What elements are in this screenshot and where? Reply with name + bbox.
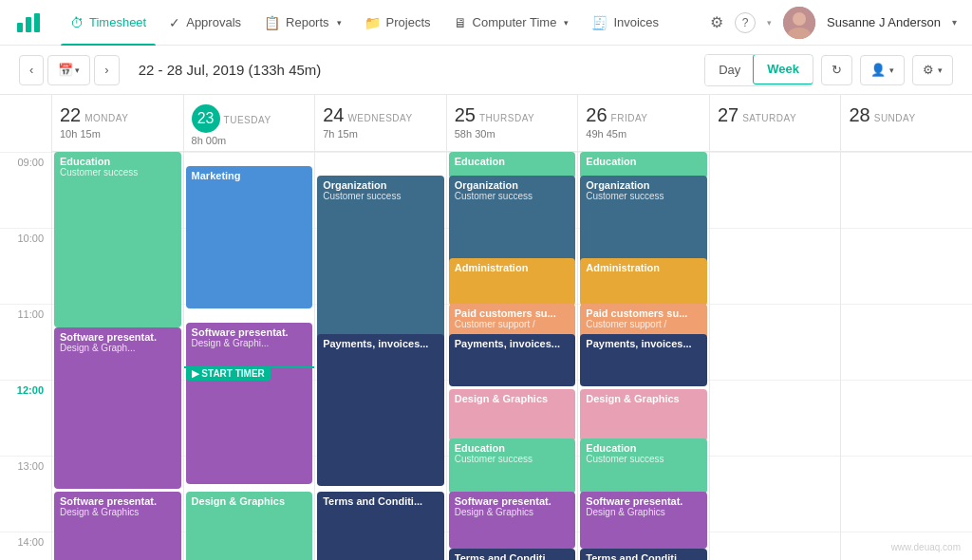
day-column-26: 26FRIDAY49h 45mEducationOrganizationCust…: [578, 95, 710, 560]
monitor-icon: 🖥: [454, 15, 467, 30]
event-subtitle: Customer support /: [586, 319, 701, 329]
event-subtitle: Customer success: [60, 167, 176, 177]
day-header-23: 23TUESDAY8h 00m: [184, 95, 315, 152]
day-column-22: 22MONDAY10h 15mEducationCustomer success…: [52, 95, 184, 560]
hour-line-4: [710, 456, 841, 532]
day-name-24: WEDNESDAY: [347, 113, 412, 123]
refresh-icon: ↻: [832, 63, 842, 77]
svg-rect-1: [26, 17, 31, 32]
nav-projects[interactable]: 📁 Projects: [355, 0, 440, 46]
event-title: Software presentat.: [192, 327, 308, 338]
day-column-24: 24WEDNESDAY7h 15mOrganizationCustomer su…: [315, 95, 447, 560]
next-button[interactable]: ›: [94, 55, 119, 85]
event-block[interactable]: Design & Graphics: [186, 492, 313, 560]
event-title: Design & Graphics: [192, 495, 308, 507]
user-name[interactable]: Susanne J Anderson: [827, 15, 941, 29]
day-name-26: FRIDAY: [611, 113, 648, 123]
nav-invoices[interactable]: 🧾 Invoices: [582, 0, 668, 46]
toolbar: ‹ 📅 ▾ › 22 - 28 Jul, 2019 (133h 45m) Day…: [0, 46, 972, 95]
event-title: Education: [60, 156, 176, 167]
invoice-icon: 🧾: [591, 15, 608, 30]
event-title: Payments, invoices...: [455, 338, 570, 349]
event-block[interactable]: Education: [580, 152, 707, 178]
calendar-settings-button[interactable]: ⚙ ▾: [912, 55, 953, 85]
day-name-25: THURSDAY: [479, 113, 534, 123]
day-body-24: OrganizationCustomer successPayments, in…: [315, 152, 446, 560]
start-timer-button[interactable]: ▶ START TIMER: [186, 366, 271, 381]
event-block[interactable]: Software presentat.Design & Graph...: [54, 327, 181, 489]
event-block[interactable]: EducationCustomer success: [580, 439, 707, 494]
day-view-button[interactable]: Day: [705, 55, 754, 85]
event-title: Terms and Conditi...: [455, 552, 570, 560]
event-block[interactable]: Terms and Conditi...: [317, 492, 444, 560]
event-title: Software presentat.: [586, 495, 701, 507]
day-name-28: SUNDAY: [874, 113, 916, 123]
svg-rect-0: [17, 23, 23, 32]
week-view-button[interactable]: Week: [753, 54, 813, 84]
days-container: 22MONDAY10h 15mEducationCustomer success…: [52, 95, 972, 560]
event-title: Terms and Conditi...: [586, 552, 701, 560]
event-block[interactable]: EducationCustomer success: [449, 439, 576, 494]
event-block[interactable]: Design & Graphics: [580, 389, 707, 441]
event-block[interactable]: Software presentat.Design & Graphics: [54, 492, 181, 560]
event-block[interactable]: Terms and Conditi...: [449, 549, 576, 560]
refresh-button[interactable]: ↻: [821, 55, 852, 85]
event-title: Design & Graphics: [455, 393, 570, 404]
event-block[interactable]: EducationCustomer success: [54, 152, 181, 327]
hour-line-2: [841, 304, 972, 380]
time-1100: 11:00: [0, 304, 51, 380]
event-block[interactable]: Payments, invoices...: [580, 334, 707, 386]
help-icon[interactable]: ?: [735, 12, 756, 33]
hour-line-0: [841, 152, 972, 228]
event-block[interactable]: Terms and Conditi...: [580, 549, 707, 560]
avatar[interactable]: [783, 7, 815, 39]
day-total-26: 49h 45m: [586, 128, 701, 140]
day-body-23: MarketingSoftware presentat.Design & Gra…: [184, 152, 315, 560]
event-block[interactable]: Payments, invoices...: [449, 334, 576, 386]
event-title: Education: [455, 156, 570, 167]
hour-line-2: [710, 304, 841, 380]
calendar-chevron-icon: ▾: [75, 65, 80, 75]
prev-button[interactable]: ‹: [19, 55, 44, 85]
day-header-27: 27SATURDAY: [710, 95, 841, 152]
user-filter-button[interactable]: 👤 ▾: [860, 55, 905, 85]
event-block[interactable]: Administration: [449, 258, 576, 306]
day-column-25: 25THURSDAY58h 30mEducationOrganizationCu…: [447, 95, 579, 560]
day-name-27: SATURDAY: [742, 113, 796, 123]
event-title: Software presentat.: [60, 331, 176, 343]
day-number-22: 22: [60, 104, 81, 125]
day-number-26: 26: [586, 104, 607, 125]
folder-icon: 📁: [364, 15, 381, 30]
nav-reports[interactable]: 📋 Reports ▾: [254, 0, 351, 46]
clock-icon: ⏱: [70, 15, 84, 30]
hour-line-4: [841, 456, 972, 532]
event-block[interactable]: Software presentat.Design & Graphics: [449, 492, 576, 549]
day-header-24: 24WEDNESDAY7h 15m: [315, 95, 446, 152]
day-name-22: MONDAY: [84, 113, 128, 123]
time-column: 09:00 10:00 11:00 12:00 13:00 14:00 15:0…: [0, 95, 52, 560]
event-block[interactable]: Payments, invoices...: [317, 334, 444, 486]
check-icon: ✓: [169, 15, 180, 30]
event-block[interactable]: Education: [449, 152, 576, 178]
event-block[interactable]: Administration: [580, 258, 707, 306]
nav-approvals[interactable]: ✓ Approvals: [159, 0, 251, 46]
settings-nav-icon[interactable]: ⚙: [710, 13, 723, 31]
event-block[interactable]: Software presentat.Design & Graphics: [580, 492, 707, 549]
event-title: Software presentat.: [60, 495, 176, 507]
time-1000: 10:00: [0, 228, 51, 304]
event-block[interactable]: Software presentat.Design & Graphi...: [186, 323, 313, 484]
nav-computer-time[interactable]: 🖥 Computer Time ▾: [444, 0, 579, 46]
day-body-25: EducationOrganizationCustomer successAdm…: [447, 152, 578, 560]
day-body-27: [710, 152, 841, 560]
event-subtitle: Design & Graphics: [60, 507, 176, 517]
nav-timesheet[interactable]: ⏱ Timesheet: [61, 0, 156, 46]
event-block[interactable]: Design & Graphics: [449, 389, 576, 441]
day-column-28: 28SUNDAY: [841, 95, 972, 560]
event-block[interactable]: Marketing: [186, 166, 313, 308]
calendar-button[interactable]: 📅 ▾: [47, 55, 90, 85]
day-header-22: 22MONDAY10h 15m: [52, 95, 183, 152]
event-title: Education: [455, 442, 570, 454]
event-title: Payments, invoices...: [586, 338, 701, 349]
logo[interactable]: [15, 9, 42, 36]
calendar-settings-chevron-icon: ▾: [938, 65, 943, 75]
